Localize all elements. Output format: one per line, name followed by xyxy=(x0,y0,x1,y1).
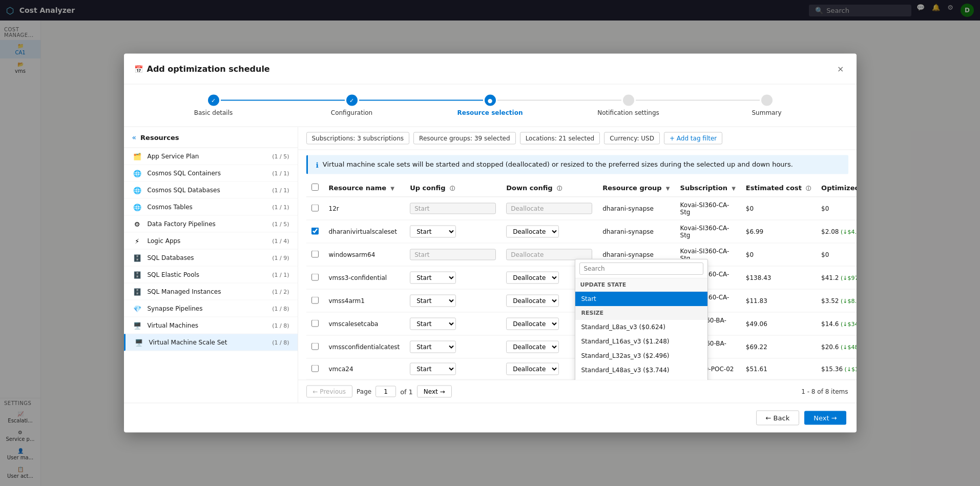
resource-item-logic-apps[interactable]: ⚡ Logic Apps (1 / 4) xyxy=(124,233,298,250)
resource-item-count: (1 / 5) xyxy=(272,153,289,159)
filter-currency[interactable]: Currency: USD xyxy=(604,132,660,145)
step-3-label: Resource selection xyxy=(457,109,523,116)
dropdown-option-l32[interactable]: Standard_L32as_v3 ($2.496) xyxy=(575,349,707,363)
step-4-circle xyxy=(623,95,634,106)
down-config-select-7[interactable]: Deallocate xyxy=(506,363,559,375)
resource-item-name: SQL Elastic Pools xyxy=(148,271,267,278)
cell-up-config-1: Start xyxy=(405,220,501,243)
resource-item-sql-elastic-pools[interactable]: 🗄️ SQL Elastic Pools (1 / 1) xyxy=(124,267,298,284)
resource-item-sql-databases[interactable]: 🗄️ SQL Databases (1 / 9) xyxy=(124,250,298,267)
info-estimated-cost-icon[interactable]: ⓘ xyxy=(806,185,811,191)
down-config-select-4[interactable]: Deallocate xyxy=(506,295,559,307)
filter-subscriptions[interactable]: Subscriptions: 3 subscriptions xyxy=(306,132,410,145)
down-config-select-1[interactable]: Deallocate xyxy=(506,226,559,238)
up-config-select-6[interactable]: Start xyxy=(410,341,456,353)
cell-estimated-cost-0: $0 xyxy=(741,197,816,220)
row-checkbox-5[interactable] xyxy=(311,319,319,327)
dropdown-option-start[interactable]: Start xyxy=(575,292,707,306)
vm-icon: 🖥️ xyxy=(132,321,142,330)
info-down-config-icon[interactable]: ⓘ xyxy=(557,185,562,191)
savings-5: (↓$34.46) xyxy=(839,321,856,328)
filter-subscription-icon[interactable]: ▼ xyxy=(732,186,736,191)
filter-resource-group-icon[interactable]: ▼ xyxy=(666,186,670,191)
savings-6: (↓$48.62) xyxy=(839,344,856,351)
up-config-select-1[interactable]: Start xyxy=(410,226,456,238)
dropdown-option-l16[interactable]: Standard_L16as_v3 ($1.248) xyxy=(575,334,707,349)
row-checkbox-4[interactable] xyxy=(311,296,319,303)
sql-icon: 🗄️ xyxy=(132,288,142,296)
resources-collapse-button[interactable]: « xyxy=(132,133,137,141)
next-button[interactable]: Next → xyxy=(417,386,452,398)
up-config-select-5[interactable]: Start xyxy=(410,318,456,330)
dropdown-search-area xyxy=(575,259,707,278)
up-config-select-4[interactable]: Start xyxy=(410,295,456,307)
resource-item-count: (1 / 2) xyxy=(272,288,289,295)
savings-1: (↓$4.91) xyxy=(839,229,856,235)
dropdown-option-l8[interactable]: Standard_L8as_v3 ($0.624) xyxy=(575,320,707,334)
cell-down-config-0 xyxy=(501,197,597,220)
resources-title: Resources xyxy=(140,133,179,141)
resource-item-count: (1 / 8) xyxy=(272,305,289,312)
page-number-input[interactable] xyxy=(376,386,396,397)
row-checkbox-3[interactable] xyxy=(311,273,319,280)
next-button-footer[interactable]: Next → xyxy=(804,411,846,425)
resource-item-count: (1 / 5) xyxy=(272,220,289,227)
dropdown-option-l64[interactable]: Standard_L64as_v3 ($4.992) xyxy=(575,377,707,380)
page-label: Page xyxy=(357,388,371,395)
col-optimized-cost: Optimized cost ⓘ xyxy=(816,179,856,197)
page-of-label: of 1 xyxy=(400,388,413,395)
resource-item-name: Cosmos SQL Containers xyxy=(148,170,267,177)
cell-up-config-7: Start xyxy=(405,358,501,379)
step-5-circle xyxy=(761,95,773,106)
back-button[interactable]: ← Back xyxy=(756,411,800,426)
previous-button[interactable]: ← Previous xyxy=(306,386,353,398)
row-checkbox-6[interactable] xyxy=(311,342,319,350)
row-checkbox-1[interactable] xyxy=(311,227,319,234)
row-checkbox-2[interactable] xyxy=(311,250,319,257)
down-config-select-6[interactable]: Deallocate xyxy=(506,341,559,353)
dropdown-search-input[interactable] xyxy=(579,262,703,275)
up-config-input-0 xyxy=(410,203,496,214)
down-config-select-3[interactable]: Deallocate xyxy=(506,272,559,284)
resource-item-data-factory-pipelines[interactable]: ⚙️ Data Factory Pipelines (1 / 5) xyxy=(124,216,298,233)
resource-item-cosmos-sql-databases[interactable]: 🌐 Cosmos SQL Databases (1 / 1) xyxy=(124,182,298,199)
down-config-select-5[interactable]: Deallocate xyxy=(506,318,559,330)
info-banner-text: Virtual machine scale sets will be start… xyxy=(323,160,793,168)
resource-item-name: Data Factory Pipelines xyxy=(148,220,267,228)
cell-resource-name-4: vmss4arm1 xyxy=(324,289,405,312)
resource-item-name: Logic Apps xyxy=(148,237,267,245)
resource-item-app-service-plan[interactable]: 🗂️ App Service Plan (1 / 5) xyxy=(124,148,298,165)
cell-resource-name-7: vmca24 xyxy=(324,358,405,379)
row-checkbox-0[interactable] xyxy=(311,204,319,211)
cell-optimized-cost-0: $0 xyxy=(816,197,856,220)
resource-item-virtual-machine-scale-set[interactable]: 🖥️ Virtual Machine Scale Set (1 / 8) xyxy=(124,334,298,351)
filter-resource-groups[interactable]: Resource groups: 39 selected xyxy=(413,132,516,145)
step-summary: Summary xyxy=(698,95,836,116)
cell-resource-group-1: dharani-synapse xyxy=(597,220,675,243)
step-4-label: Notification settings xyxy=(597,109,659,116)
info-banner: ℹ Virtual machine scale sets will be sta… xyxy=(306,155,848,174)
info-icon: ℹ xyxy=(316,161,319,169)
filter-locations[interactable]: Locations: 21 selected xyxy=(520,132,600,145)
resource-item-cosmos-sql-containers[interactable]: 🌐 Cosmos SQL Containers (1 / 1) xyxy=(124,165,298,182)
resource-item-virtual-machines[interactable]: 🖥️ Virtual Machines (1 / 8) xyxy=(124,317,298,334)
resource-item-synapse-pipelines[interactable]: 💎 Synapse Pipelines (1 / 8) xyxy=(124,300,298,317)
row-checkbox-7[interactable] xyxy=(311,364,319,372)
add-tag-filter-button[interactable]: + Add tag filter xyxy=(664,132,722,145)
step-2-label: Configuration xyxy=(331,109,372,116)
step-2-connector xyxy=(359,100,483,101)
resource-item-name: Cosmos Tables xyxy=(148,204,267,211)
modal-close-button[interactable]: × xyxy=(835,62,846,76)
select-all-checkbox[interactable] xyxy=(311,184,319,191)
info-up-config-icon[interactable]: ⓘ xyxy=(450,185,455,191)
cell-estimated-cost-3: $138.43 xyxy=(741,266,816,289)
dropdown-section-label: UPDATE STATE xyxy=(575,278,707,292)
filter-resource-name-icon[interactable]: ▼ xyxy=(390,186,394,191)
resource-item-cosmos-tables[interactable]: 🌐 Cosmos Tables (1 / 1) xyxy=(124,199,298,216)
up-config-select-3[interactable]: Start xyxy=(410,272,456,284)
cell-up-config-5: Start xyxy=(405,312,501,335)
resource-item-count: (1 / 1) xyxy=(272,187,289,193)
resource-item-sql-managed-instances[interactable]: 🗄️ SQL Managed Instances (1 / 2) xyxy=(124,284,298,300)
up-config-select-7[interactable]: Start xyxy=(410,363,456,375)
dropdown-option-l48[interactable]: Standard_L48as_v3 ($3.744) xyxy=(575,363,707,377)
